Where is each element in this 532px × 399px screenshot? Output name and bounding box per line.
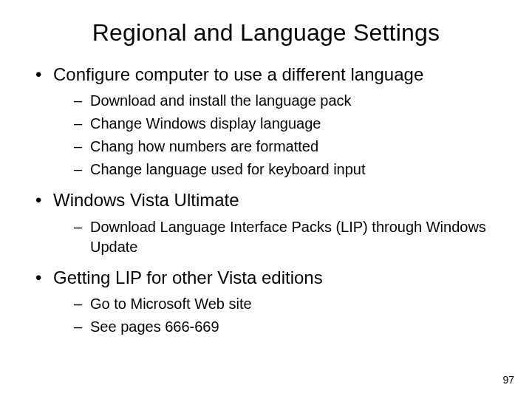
bullet-text: Windows Vista Ultimate: [53, 190, 239, 210]
bullet-item: Configure computer to use a different la…: [35, 63, 510, 180]
bullet-text: Configure computer to use a different la…: [53, 64, 423, 84]
sub-bullet-item: Change language used for keyboard input: [74, 160, 510, 180]
sub-bullet-item: See pages 666-669: [74, 317, 510, 337]
bullet-item: Windows Vista Ultimate Download Language…: [35, 188, 510, 256]
sub-bullet-item: Chang how numbers are formatted: [74, 137, 510, 157]
sub-bullet-list: Go to Microsoft Web site See pages 666-6…: [53, 294, 510, 337]
sub-bullet-item: Download Language Interface Packs (LIP) …: [74, 217, 510, 257]
sub-bullet-item: Go to Microsoft Web site: [74, 294, 510, 314]
bullet-item: Getting LIP for other Vista editions Go …: [35, 266, 510, 337]
slide-title: Regional and Language Settings: [0, 0, 532, 54]
bullet-list: Configure computer to use a different la…: [0, 63, 532, 337]
sub-bullet-item: Change Windows display language: [74, 114, 510, 134]
slide: Regional and Language Settings Configure…: [0, 0, 532, 399]
page-number: 97: [502, 374, 514, 386]
sub-bullet-list: Download Language Interface Packs (LIP) …: [53, 217, 510, 257]
sub-bullet-list: Download and install the language pack C…: [53, 91, 510, 180]
bullet-text: Getting LIP for other Vista editions: [53, 267, 323, 287]
sub-bullet-item: Download and install the language pack: [74, 91, 510, 111]
